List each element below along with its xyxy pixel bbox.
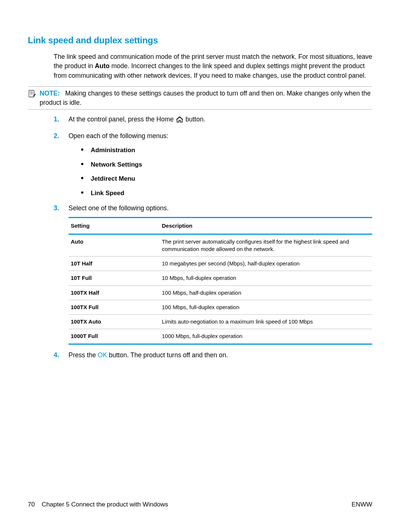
cell-setting: 100TX Full [69,300,160,314]
intro-bold-auto: Auto [95,62,110,70]
menu-list: Administration Network Settings Jetdirec… [81,146,372,198]
home-icon [176,116,183,125]
note-icon [28,90,37,99]
th-setting: Setting [69,217,160,234]
settings-table: Setting Description Auto The print serve… [69,217,372,345]
page-number: 70 [28,501,35,508]
ok-button-ref: OK [98,351,107,359]
menu-network-settings: Network Settings [81,160,372,170]
step-2: Open each of the following menus: Admini… [54,131,372,198]
cell-setting: 100TX Auto [69,315,160,329]
menu-link-speed: Link Speed [81,189,372,198]
intro-paragraph: The link speed and communication mode of… [54,52,372,80]
page-footer: 70 Chapter 5 Connect the product with Wi… [28,501,372,508]
cell-desc: 100 Mbps, full-duplex operation [160,300,372,314]
table-row: 100TX Half 100 Mbps, half-duplex operati… [69,285,372,300]
step-1-text-a: At the control panel, press the Home [69,116,176,123]
section-heading: Link speed and duplex settings [28,35,372,46]
steps-list: At the control panel, press the Home but… [54,115,372,360]
cell-desc: 10 Mbps, full-duplex operation [160,271,372,285]
step-3: Select one of the following options. Set… [54,204,372,344]
cell-setting: 10T Half [69,257,160,271]
step-4-text-b: button. The product turns off and then o… [107,351,228,359]
table-row: 100TX Full 100 Mbps, full-duplex operati… [69,300,372,314]
cell-setting: 100TX Half [69,285,160,300]
cell-desc: 100 Mbps, half-duplex operation [160,285,372,300]
step-4-text-a: Press the [69,351,98,359]
menu-administration: Administration [81,146,372,155]
step-2-text: Open each of the following menus: [69,132,168,140]
table-header-row: Setting Description [69,217,372,234]
table-row: 10T Half 10 megabytes per second (Mbps),… [69,257,372,271]
step-4: Press the OK button. The product turns o… [54,351,372,360]
table-row: 100TX Auto Limits auto-negotiation to a … [69,315,372,329]
cell-setting: 10T Full [69,271,160,285]
note-box: NOTE: Making changes to these settings c… [28,86,372,110]
cell-desc: The print server automatically configure… [160,234,372,257]
table-row: 10T Full 10 Mbps, full-duplex operation [69,271,372,285]
footer-left: 70 Chapter 5 Connect the product with Wi… [28,501,168,508]
cell-desc: 1000 Mbps, full-duplex operation [160,329,372,344]
chapter-title: Chapter 5 Connect the product with Windo… [42,501,168,508]
step-1-text-b: button. [184,116,205,123]
step-3-text: Select one of the following options. [69,204,169,212]
cell-desc: Limits auto-negotiation to a maximum lin… [160,315,372,329]
cell-desc: 10 megabytes per second (Mbps), half-dup… [160,257,372,271]
document-page: Link speed and duplex settings The link … [0,0,400,360]
table-row: 1000T Full 1000 Mbps, full-duplex operat… [69,329,372,344]
note-text-body: Making changes to these settings causes … [40,90,371,106]
cell-setting: Auto [69,234,160,257]
menu-jetdirect: Jetdirect Menu [81,174,372,184]
note-label: NOTE: [40,90,60,97]
step-1: At the control panel, press the Home but… [54,115,372,125]
table-row: Auto The print server automatically conf… [69,234,372,257]
th-description: Description [160,217,372,234]
cell-setting: 1000T Full [69,329,160,344]
footer-right: ENWW [351,501,372,508]
note-content: NOTE: Making changes to these settings c… [40,89,372,107]
